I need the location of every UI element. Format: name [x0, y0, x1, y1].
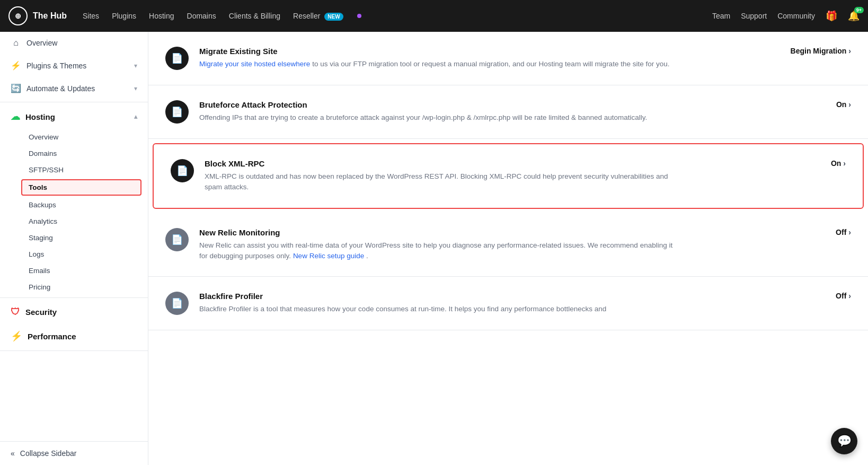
sidebar-sub-hosting-domains[interactable]: Domains — [0, 145, 148, 162]
sidebar-sub-hosting-analytics[interactable]: Analytics — [0, 213, 148, 230]
fab-button[interactable]: 💬 — [831, 428, 857, 454]
sidebar-sub-hosting-pricing[interactable]: Pricing — [0, 279, 148, 295]
sidebar-automate-label: Automate & Updates — [26, 84, 129, 93]
tool-card-migrate: 📄 Migrate Existing Site Migrate your sit… — [148, 32, 868, 85]
nav-hosting[interactable]: Hosting — [149, 12, 174, 20]
sidebar-divider-3 — [0, 350, 148, 351]
nav-team[interactable]: Team — [712, 12, 730, 20]
nav-sites[interactable]: Sites — [83, 12, 99, 20]
nav-support[interactable]: Support — [741, 12, 767, 20]
bruteforce-desc: Offending IPs that are trying to create … — [199, 112, 676, 123]
collapse-sidebar-button[interactable]: « Collapse Sidebar — [0, 441, 148, 465]
fab-icon: 💬 — [837, 434, 852, 448]
migrate-desc-after: to us via our FTP migration tool or requ… — [312, 60, 669, 68]
automate-icon: 🔄 — [11, 83, 21, 93]
content-inner: 📄 Migrate Existing Site Migrate your sit… — [148, 32, 868, 330]
xmlrpc-chevron: › — [843, 159, 846, 168]
sidebar-performance-label: Performance — [28, 332, 76, 341]
nav-clients-billing[interactable]: Clients & Billing — [229, 12, 280, 20]
plugins-icon: ⚡ — [11, 60, 21, 71]
hosting-chevron-up-icon: ▴ — [134, 113, 137, 120]
migrate-body: Migrate Existing Site Migrate your site … — [199, 47, 769, 69]
security-shield-icon: 🛡 — [11, 306, 20, 318]
blackfire-icon: 📄 — [165, 292, 189, 315]
sidebar-sub-hosting-logs[interactable]: Logs — [0, 246, 148, 262]
sidebar-overview-label: Overview — [26, 39, 137, 47]
sidebar-security-header[interactable]: 🛡 Security — [0, 300, 148, 324]
nav-dot-indicator — [357, 14, 361, 18]
tool-card-blackfire: 📄 Blackfire Profiler Blackfire Profiler … — [148, 277, 868, 330]
newrelic-body: New Relic Monitoring New Relic can assis… — [199, 228, 814, 262]
sidebar-plugins-label: Plugins & Themes — [26, 62, 129, 70]
app-title: The Hub — [33, 11, 67, 21]
tool-card-newrelic: 📄 New Relic Monitoring New Relic can ass… — [148, 213, 868, 277]
sidebar-item-automate-updates[interactable]: 🔄 Automate & Updates ▾ — [0, 77, 148, 100]
newrelic-desc: New Relic can assist you with real-time … — [199, 240, 676, 262]
newrelic-title: New Relic Monitoring — [199, 228, 814, 237]
blackfire-toggle[interactable]: Off › — [825, 292, 851, 300]
sidebar-sub-hosting-backups[interactable]: Backups — [0, 197, 148, 213]
xmlrpc-desc: XML-RPC is outdated and has now been rep… — [205, 171, 681, 193]
hosting-cloud-icon: ☁ — [11, 111, 20, 122]
blackfire-desc: Blackfire Profiler is a tool that measur… — [199, 304, 676, 314]
sidebar-sub-hosting-overview[interactable]: Overview — [0, 129, 148, 145]
newrelic-desc-before: New Relic can assist you with real-time … — [199, 241, 672, 260]
blackfire-title: Blackfire Profiler — [199, 292, 814, 301]
sidebar-item-overview[interactable]: ⌂ Overview — [0, 32, 148, 54]
xmlrpc-toggle[interactable]: On › — [820, 159, 846, 168]
topnav-right: Team Support Community 🎁 🔔 9+ — [712, 10, 860, 22]
sidebar-divider-1 — [0, 102, 148, 102]
tool-card-bruteforce: 📄 Bruteforce Attack Protection Offending… — [148, 85, 868, 139]
collapse-icon: « — [11, 449, 15, 458]
nav-domains[interactable]: Domains — [187, 12, 216, 20]
xmlrpc-title: Block XML-RPC — [205, 159, 810, 168]
bruteforce-icon: 📄 — [165, 100, 189, 124]
sidebar-security-label: Security — [25, 308, 57, 317]
chevron-down-icon-2: ▾ — [134, 85, 137, 92]
newrelic-toggle[interactable]: Off › — [825, 228, 851, 236]
sidebar-item-plugins-themes[interactable]: ⚡ Plugins & Themes ▾ — [0, 54, 148, 77]
newrelic-desc-after: . — [366, 252, 368, 260]
nav-reseller[interactable]: Reseller NEW — [293, 12, 343, 20]
logo[interactable]: ⊕ The Hub — [8, 6, 67, 25]
migrate-link[interactable]: Migrate your site hosted elsewhere — [199, 60, 310, 68]
home-icon: ⌂ — [11, 38, 21, 48]
topnav: ⊕ The Hub Sites Plugins Hosting Domains … — [0, 0, 868, 32]
blackfire-body: Blackfire Profiler Blackfire Profiler is… — [199, 292, 814, 314]
bruteforce-toggle[interactable]: On › — [826, 100, 851, 109]
performance-icon: ⚡ — [11, 330, 22, 342]
newrelic-chevron: › — [848, 228, 851, 236]
begin-migration-action[interactable]: Begin Migration › — [780, 47, 851, 55]
sidebar-hosting-label: Hosting — [25, 112, 55, 121]
notif-badge: 9+ — [854, 7, 864, 13]
bruteforce-title: Bruteforce Attack Protection — [199, 100, 815, 109]
tool-card-xmlrpc: 📄 Block XML-RPC XML-RPC is outdated and … — [153, 143, 864, 209]
notifications-button[interactable]: 🔔 9+ — [848, 10, 860, 22]
logo-icon: ⊕ — [8, 6, 28, 25]
collapse-sidebar-label: Collapse Sidebar — [20, 449, 77, 458]
main-content: 📄 Migrate Existing Site Migrate your sit… — [148, 32, 868, 465]
migrate-title: Migrate Existing Site — [199, 47, 769, 56]
sidebar-hosting-header[interactable]: ☁ Hosting ▴ — [0, 104, 148, 129]
reseller-badge: NEW — [324, 13, 343, 21]
xmlrpc-body: Block XML-RPC XML-RPC is outdated and ha… — [205, 159, 810, 193]
sidebar-sub-hosting-staging[interactable]: Staging — [0, 230, 148, 246]
nav-plugins[interactable]: Plugins — [112, 12, 136, 20]
chevron-down-icon: ▾ — [134, 62, 137, 69]
begin-migration-chevron: › — [848, 47, 851, 55]
xmlrpc-icon: 📄 — [171, 159, 194, 182]
bruteforce-chevron: › — [848, 100, 851, 109]
sidebar-performance-header[interactable]: ⚡ Performance — [0, 324, 148, 348]
newrelic-setup-link[interactable]: New Relic setup guide — [293, 252, 364, 260]
migrate-desc: Migrate your site hosted elsewhere to us… — [199, 59, 676, 69]
sidebar-sub-hosting-tools[interactable]: Tools — [21, 179, 141, 196]
sidebar-sub-hosting-emails[interactable]: Emails — [0, 262, 148, 279]
nav-community[interactable]: Community — [777, 12, 815, 20]
topnav-links: Sites Plugins Hosting Domains Clients & … — [83, 12, 712, 20]
sidebar-sub-hosting-sftp[interactable]: SFTP/SSH — [0, 162, 148, 178]
sidebar-divider-2 — [0, 297, 148, 298]
gift-button[interactable]: 🎁 — [826, 10, 837, 22]
migrate-icon: 📄 — [165, 47, 189, 70]
sidebar: ⌂ Overview ⚡ Plugins & Themes ▾ 🔄 Automa… — [0, 32, 148, 465]
newrelic-icon: 📄 — [165, 228, 189, 251]
